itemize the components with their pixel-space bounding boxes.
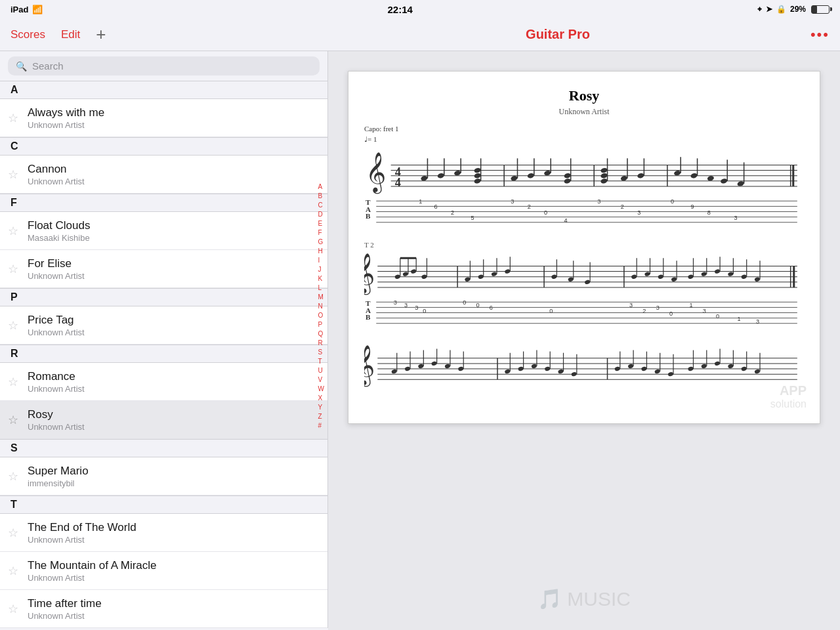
alpha-y[interactable]: Y: [316, 403, 327, 411]
svg-point-38: [673, 170, 681, 176]
star-icon[interactable]: ☆: [8, 469, 18, 484]
svg-text:4: 4: [564, 217, 568, 224]
song-title: Float Clouds: [28, 219, 320, 232]
alpha-x[interactable]: X: [316, 394, 327, 402]
alpha-k[interactable]: K: [316, 274, 327, 283]
svg-text:8: 8: [707, 209, 711, 216]
svg-point-31: [600, 167, 608, 173]
alpha-p[interactable]: P: [316, 320, 327, 329]
svg-point-197: [741, 366, 747, 371]
alpha-m[interactable]: M: [316, 293, 327, 301]
song-info: Rosy Unknown Artist: [28, 408, 320, 432]
alpha-v[interactable]: V: [316, 375, 327, 384]
toolbar-right: •••: [777, 26, 830, 43]
alpha-f[interactable]: F: [316, 228, 327, 237]
list-item[interactable]: ☆ Float Clouds Masaaki Kishibe: [0, 212, 327, 250]
alpha-q[interactable]: Q: [316, 329, 327, 338]
alpha-z[interactable]: Z: [316, 412, 327, 421]
svg-point-42: [707, 175, 715, 181]
alpha-b[interactable]: B: [316, 192, 327, 200]
svg-point-40: [690, 173, 698, 178]
alpha-g[interactable]: G: [316, 238, 327, 246]
song-info: Always with me Unknown Artist: [28, 106, 320, 130]
star-icon[interactable]: ☆: [8, 564, 18, 578]
list-item-selected[interactable]: ☆ Rosy Unknown Artist: [0, 401, 327, 439]
alpha-o[interactable]: O: [316, 311, 327, 320]
toolbar: Scores Edit + Guitar Pro •••: [0, 18, 840, 51]
star-icon[interactable]: ☆: [8, 526, 18, 540]
svg-text:2: 2: [621, 203, 624, 210]
list-item[interactable]: ☆ The Mountain of A Miracle Unknown Arti…: [0, 552, 327, 590]
svg-text:1: 1: [419, 198, 422, 205]
list-item[interactable]: ☆ Romance Unknown Artist: [0, 363, 327, 401]
star-icon[interactable]: ☆: [8, 167, 18, 182]
svg-point-120: [741, 274, 747, 280]
svg-text:𝄞: 𝄞: [366, 152, 386, 194]
list-item[interactable]: ☆ Price Tag Unknown Artist: [0, 306, 327, 345]
star-icon[interactable]: ☆: [8, 318, 18, 333]
score-tempo: ♩= 1: [364, 135, 804, 144]
edit-button[interactable]: Edit: [61, 28, 80, 41]
svg-point-10: [437, 173, 445, 178]
svg-point-167: [457, 366, 463, 371]
svg-point-85: [421, 274, 427, 280]
star-icon[interactable]: ☆: [8, 375, 18, 389]
song-info: Float Clouds Masaaki Kishibe: [28, 219, 320, 243]
list-item[interactable]: ☆ The End of The World Unknown Artist: [0, 514, 327, 552]
section-header-r: R: [0, 345, 327, 363]
star-icon[interactable]: ☆: [8, 224, 18, 238]
song-title: Price Tag: [28, 314, 320, 327]
scores-button[interactable]: Scores: [10, 28, 45, 41]
notation-svg-1: 𝄞 4 4: [364, 149, 804, 228]
svg-text:3: 3: [415, 304, 418, 311]
star-icon[interactable]: ☆: [8, 602, 18, 616]
svg-text:0: 0: [669, 310, 673, 317]
alpha-h[interactable]: H: [316, 247, 327, 255]
svg-point-90: [478, 274, 484, 280]
alpha-j[interactable]: J: [316, 265, 327, 274]
alpha-s[interactable]: S: [316, 348, 327, 356]
svg-text:0: 0: [476, 302, 480, 308]
svg-point-94: [505, 269, 511, 274]
left-panel: 🔍 Search A ☆ Always with me Unknown Arti…: [0, 51, 328, 628]
list-item[interactable]: ☆ For Elise Unknown Artist: [0, 250, 327, 288]
alpha-c[interactable]: C: [316, 201, 327, 209]
svg-point-35: [637, 173, 644, 178]
score-title: Rosy: [364, 87, 804, 104]
svg-point-187: [667, 371, 673, 377]
more-button[interactable]: •••: [810, 26, 830, 43]
alpha-n[interactable]: N: [316, 302, 327, 310]
section-label-2: T 2: [364, 241, 804, 249]
svg-point-30: [600, 173, 608, 178]
song-artist: Unknown Artist: [28, 422, 320, 432]
alpha-a[interactable]: A: [316, 182, 327, 191]
alpha-d[interactable]: D: [316, 210, 327, 219]
alpha-w[interactable]: W: [316, 385, 327, 393]
section-header-a: A: [0, 81, 327, 99]
svg-text:5: 5: [471, 215, 474, 221]
svg-text:3: 3: [597, 198, 600, 205]
alpha-r[interactable]: R: [316, 339, 327, 347]
alpha-i[interactable]: I: [316, 256, 327, 264]
list-item[interactable]: ☆ Time after time Unknown Artist: [0, 590, 327, 628]
star-icon[interactable]: ☆: [8, 413, 18, 427]
add-button[interactable]: +: [96, 24, 106, 45]
alpha-l[interactable]: L: [316, 284, 327, 292]
star-icon[interactable]: ☆: [8, 262, 18, 276]
watermark-solution: solution: [770, 398, 807, 410]
list-item[interactable]: ☆ Super Mario immensitybil: [0, 457, 327, 495]
svg-point-175: [571, 371, 577, 377]
alpha-e[interactable]: E: [316, 219, 327, 228]
section-header-f: F: [0, 194, 327, 212]
alpha-t[interactable]: T: [316, 357, 327, 366]
alpha-hash[interactable]: #: [316, 421, 327, 430]
svg-point-174: [558, 369, 564, 374]
star-icon[interactable]: ☆: [8, 111, 18, 125]
svg-text:0: 0: [544, 209, 547, 216]
score-artist: Unknown Artist: [364, 107, 804, 117]
list-item[interactable]: ☆ Always with me Unknown Artist: [0, 99, 327, 137]
song-info: Price Tag Unknown Artist: [28, 314, 320, 337]
search-box[interactable]: 🔍 Search: [8, 56, 320, 75]
alpha-u[interactable]: U: [316, 366, 327, 375]
list-item[interactable]: ☆ Cannon Unknown Artist: [0, 156, 327, 194]
